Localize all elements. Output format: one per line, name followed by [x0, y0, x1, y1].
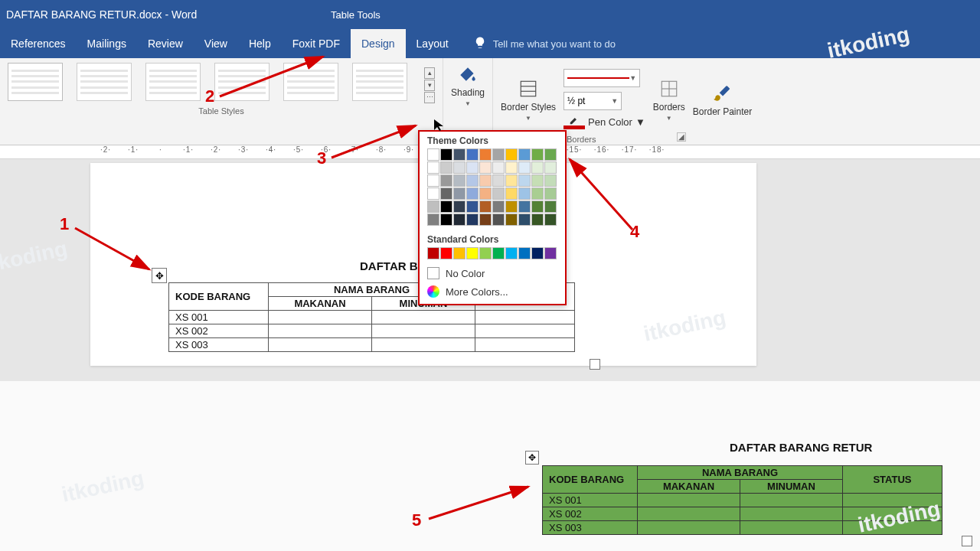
color-swatch[interactable] [479, 187, 492, 200]
table-style-thumb[interactable] [8, 63, 63, 101]
color-swatch[interactable] [518, 161, 531, 174]
color-swatch[interactable] [466, 148, 479, 161]
color-swatch[interactable] [427, 174, 439, 187]
color-swatch[interactable] [505, 201, 518, 213]
table-style-thumb[interactable] [145, 63, 201, 101]
color-swatch[interactable] [518, 201, 531, 213]
color-swatch[interactable] [427, 187, 439, 200]
table-resize-handle[interactable] [590, 359, 600, 370]
color-swatch[interactable] [531, 187, 544, 200]
color-swatch[interactable] [544, 201, 557, 213]
color-swatch[interactable] [427, 247, 439, 259]
color-swatch[interactable] [440, 201, 452, 213]
chevron-down-icon[interactable]: ▼ [666, 115, 672, 122]
dialog-launcher-icon[interactable]: ◢ [677, 132, 686, 142]
color-swatch[interactable] [544, 148, 557, 161]
color-swatch[interactable] [492, 187, 505, 200]
color-swatch[interactable] [453, 214, 466, 226]
color-swatch[interactable] [427, 214, 439, 226]
result-table[interactable]: KODE BARANG NAMA BARANG STATUS MAKANAN M… [542, 465, 942, 535]
cell[interactable] [638, 521, 740, 535]
color-swatch[interactable] [479, 247, 492, 259]
pen-color-button[interactable]: Pen Color ▼ [564, 115, 645, 129]
color-swatch[interactable] [505, 174, 518, 187]
result-table-move-handle[interactable]: ✥ [525, 451, 539, 465]
color-swatch[interactable] [440, 161, 452, 174]
color-swatch[interactable] [518, 214, 531, 226]
cell[interactable]: XS 003 [543, 521, 638, 535]
color-swatch[interactable] [544, 187, 557, 200]
col-header-status[interactable]: STATUS [843, 466, 942, 494]
col-header-nama[interactable]: NAMA BARANG [638, 466, 843, 480]
color-swatch[interactable] [531, 174, 544, 187]
cell[interactable] [372, 338, 475, 352]
cell[interactable] [843, 507, 942, 521]
col-header-kode[interactable]: KODE BARANG [169, 283, 269, 311]
color-swatch[interactable] [492, 201, 505, 213]
color-swatch[interactable] [492, 161, 505, 174]
color-swatch[interactable] [479, 148, 492, 161]
cell[interactable] [740, 507, 843, 521]
color-swatch[interactable] [531, 148, 544, 161]
color-swatch[interactable] [479, 174, 492, 187]
color-swatch[interactable] [505, 247, 518, 259]
color-swatch[interactable] [544, 247, 557, 259]
shading-button[interactable]: Shading ▼ [451, 63, 485, 107]
color-swatch[interactable] [544, 174, 557, 187]
tab-references[interactable]: References [0, 29, 77, 58]
cell[interactable]: XS 001 [169, 311, 269, 324]
color-swatch[interactable] [466, 187, 479, 200]
cell[interactable] [372, 324, 475, 338]
color-swatch[interactable] [531, 161, 544, 174]
cell[interactable]: XS 003 [169, 338, 269, 352]
cell[interactable] [269, 324, 372, 338]
borders-button[interactable]: Borders ▼ [653, 77, 685, 122]
cell[interactable]: XS 002 [169, 324, 269, 338]
more-colors-item[interactable]: More Colors... [420, 282, 565, 301]
cell[interactable] [269, 311, 372, 324]
cell[interactable] [843, 521, 942, 535]
color-swatch[interactable] [453, 247, 466, 259]
color-swatch[interactable] [518, 187, 531, 200]
color-swatch[interactable] [505, 148, 518, 161]
cell[interactable] [638, 494, 740, 507]
tab-design[interactable]: Design [351, 29, 406, 58]
color-swatch[interactable] [544, 161, 557, 174]
color-swatch[interactable] [440, 187, 452, 200]
color-swatch[interactable] [479, 161, 492, 174]
color-swatch[interactable] [505, 214, 518, 226]
color-swatch[interactable] [466, 247, 479, 259]
tab-review[interactable]: Review [137, 29, 194, 58]
color-swatch[interactable] [479, 214, 492, 226]
cell[interactable] [843, 494, 942, 507]
table-style-thumb[interactable] [352, 63, 407, 101]
col-header-kode[interactable]: KODE BARANG [543, 466, 638, 494]
color-swatch[interactable] [505, 161, 518, 174]
cell[interactable]: XS 002 [543, 507, 638, 521]
color-swatch[interactable] [466, 214, 479, 226]
color-swatch[interactable] [440, 214, 452, 226]
table-style-thumb[interactable] [77, 63, 132, 101]
color-swatch[interactable] [531, 214, 544, 226]
gallery-scroll[interactable]: ▴▾⋯ [424, 67, 435, 103]
color-swatch[interactable] [440, 174, 452, 187]
border-line-style-combo[interactable]: ▼ [564, 69, 640, 87]
color-swatch[interactable] [479, 201, 492, 213]
tab-mailings[interactable]: Mailings [77, 29, 137, 58]
col-header-makanan[interactable]: MAKANAN [269, 297, 372, 311]
cell[interactable]: XS 001 [543, 494, 638, 507]
border-line-weight-combo[interactable]: ½ pt▼ [564, 92, 622, 110]
color-swatch[interactable] [453, 148, 466, 161]
color-swatch[interactable] [453, 201, 466, 213]
color-swatch[interactable] [466, 174, 479, 187]
color-swatch[interactable] [492, 214, 505, 226]
cell[interactable] [372, 311, 475, 324]
color-swatch[interactable] [466, 201, 479, 213]
color-swatch[interactable] [427, 161, 439, 174]
cell[interactable] [638, 507, 740, 521]
chevron-down-icon[interactable]: ▼ [525, 115, 531, 122]
color-swatch[interactable] [531, 247, 544, 259]
color-swatch[interactable] [518, 148, 531, 161]
border-styles-button[interactable]: Border Styles ▼ [501, 77, 556, 122]
no-color-item[interactable]: No Color [420, 264, 565, 282]
